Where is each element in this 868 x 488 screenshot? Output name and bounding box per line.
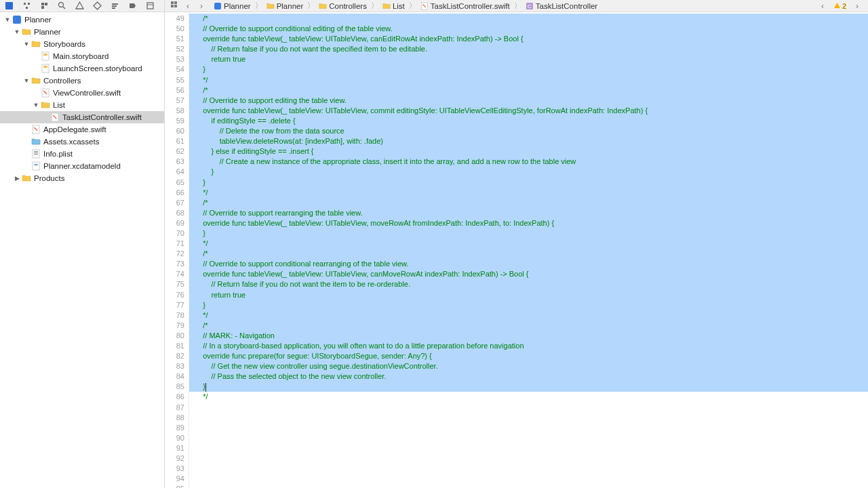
tree-item-label: Info.plist — [43, 150, 73, 158]
code-line[interactable]: // Override to support editing the table… — [189, 96, 868, 106]
tree-item-label: Storyboards — [43, 40, 85, 48]
code-line[interactable]: } — [189, 300, 868, 310]
sb-icon — [41, 64, 50, 73]
disclosure-none — [33, 53, 39, 60]
disclosure-right-icon[interactable]: ▶ — [14, 175, 20, 182]
test-navigator-tab[interactable] — [92, 1, 102, 11]
code-line[interactable]: */ — [189, 75, 868, 85]
code-line[interactable]: // Return false if you do not want the i… — [189, 279, 868, 289]
code-line[interactable]: } — [189, 64, 868, 75]
code-line[interactable]: // Pass the selected object to the new v… — [189, 371, 868, 382]
prev-issue-icon[interactable]: ‹ — [817, 1, 828, 11]
code-line[interactable]: /* — [189, 85, 868, 96]
code-line[interactable]: // MARK: - Navigation — [189, 331, 868, 341]
tree-row[interactable]: AppDelegate.swift — [0, 123, 164, 136]
disclosure-down-icon[interactable]: ▼ — [33, 102, 39, 108]
swift-icon — [31, 125, 41, 134]
code-line[interactable]: override func tableView(_ tableView: UIT… — [189, 34, 868, 44]
code-line[interactable]: return true — [189, 54, 868, 64]
breadcrumb-item[interactable]: Planner — [264, 2, 307, 10]
disclosure-none — [23, 138, 30, 145]
tree-row[interactable]: Planner.xcdatamodeld — [0, 160, 164, 172]
tree-row[interactable]: ▼Storyboards — [0, 38, 164, 50]
code-line[interactable]: return true — [189, 290, 868, 300]
code-line[interactable]: // Override to support conditional editi… — [189, 24, 868, 34]
code-line[interactable]: // Override to support rearranging the t… — [189, 208, 868, 218]
tree-row[interactable]: ▼List — [0, 99, 164, 111]
code-line[interactable]: override func tableView(_ tableView: UIT… — [189, 106, 868, 116]
breadcrumb-item[interactable]: List — [380, 2, 408, 10]
disclosure-down-icon[interactable]: ▼ — [4, 16, 11, 23]
tree-row[interactable]: ▼Controllers — [0, 75, 164, 87]
project-navigator-tab[interactable] — [4, 1, 14, 11]
find-navigator-tab[interactable] — [57, 1, 66, 11]
code-line[interactable]: // Delete the row from the data source — [189, 126, 868, 136]
source-control-navigator-tab[interactable] — [22, 1, 31, 11]
code-line[interactable]: /* — [189, 198, 868, 208]
code-line[interactable]: */ — [189, 239, 868, 249]
code-line[interactable]: if editingStyle == .delete { — [189, 116, 868, 126]
svg-rect-31 — [171, 5, 174, 7]
code-line[interactable]: } — [189, 382, 868, 392]
code-line[interactable]: } else if editingStyle == .insert { — [189, 146, 868, 157]
forward-button[interactable]: › — [196, 1, 207, 11]
disclosure-none — [23, 150, 30, 157]
code-line[interactable]: /* — [189, 14, 868, 24]
warning-badge[interactable]: 2 — [833, 2, 846, 10]
svg-point-28 — [34, 164, 38, 165]
back-button[interactable]: ‹ — [182, 1, 193, 11]
symbol-navigator-tab[interactable] — [39, 1, 49, 11]
tree-item-label: Planner.xcdatamodeld — [43, 162, 121, 170]
tree-row[interactable]: TaskListController.swift — [0, 111, 164, 123]
code-line[interactable]: // Return false if you do not want the s… — [189, 44, 868, 54]
code-line[interactable]: */ — [189, 188, 868, 198]
code-line[interactable]: */ — [189, 310, 868, 321]
debug-navigator-tab[interactable] — [110, 1, 119, 11]
tree-row[interactable]: LaunchScreen.storyboard — [0, 62, 164, 75]
line-number-gutter: 4950515253545556575859606162636465666768… — [165, 12, 189, 488]
code-line[interactable]: */ — [189, 392, 868, 402]
code-line[interactable]: override func prepare(for segue: UIStory… — [189, 351, 868, 361]
tree-row[interactable]: Assets.xcassets — [0, 136, 164, 148]
svg-point-8 — [58, 3, 63, 7]
chevron-right-icon: 〉 — [370, 1, 380, 11]
tree-row[interactable]: Main.storyboard — [0, 50, 164, 62]
code-line[interactable]: /* — [189, 249, 868, 259]
breakpoint-navigator-tab[interactable] — [127, 1, 137, 11]
issue-navigator-tab[interactable] — [75, 1, 84, 11]
tree-item-label: Products — [34, 174, 64, 182]
disclosure-none — [23, 126, 30, 133]
svg-line-9 — [63, 7, 65, 9]
disclosure-down-icon[interactable]: ▼ — [14, 28, 20, 35]
code-line[interactable]: // Override to support conditional rearr… — [189, 259, 868, 269]
code-line[interactable]: override func tableView(_ tableView: UIT… — [189, 269, 868, 279]
disclosure-down-icon[interactable]: ▼ — [23, 77, 30, 84]
code-editor[interactable]: 4950515253545556575859606162636465666768… — [165, 12, 868, 488]
related-items-icon[interactable] — [169, 1, 180, 12]
breadcrumb-item[interactable]: TaskListController.swift — [418, 2, 513, 10]
code-line[interactable]: } — [189, 167, 868, 177]
breadcrumb-item[interactable]: Planner — [211, 2, 254, 10]
code-line[interactable]: // Get the new view controller using seg… — [189, 361, 868, 371]
code-line[interactable]: // In a storyboard-based application, yo… — [189, 341, 868, 351]
code-line[interactable]: tableView.deleteRows(at: [indexPath], wi… — [189, 136, 868, 146]
code-line[interactable]: } — [189, 228, 868, 239]
report-navigator-tab[interactable] — [145, 1, 155, 11]
code-line[interactable]: override func tableView(_ tableView: UIT… — [189, 218, 868, 228]
breadcrumb-item[interactable]: CTaskListController — [523, 2, 600, 10]
code-line[interactable]: // Create a new instance of the appropri… — [189, 157, 868, 167]
tree-row[interactable]: ViewController.swift — [0, 87, 164, 99]
tree-row[interactable]: Info.plist — [0, 148, 164, 160]
svg-rect-17 — [43, 54, 47, 56]
breadcrumb-label: Planner — [277, 2, 304, 10]
tree-row[interactable]: ▶Products — [0, 172, 164, 184]
next-issue-icon[interactable]: › — [852, 1, 863, 11]
tree-root[interactable]: ▼ Planner — [0, 14, 164, 26]
breadcrumb-item[interactable]: Controllers — [316, 2, 370, 10]
disclosure-down-icon[interactable]: ▼ — [23, 41, 30, 47]
tree-row[interactable]: ▼Planner — [0, 26, 164, 38]
code-line[interactable]: /* — [189, 321, 868, 331]
code-content[interactable]: /* // Override to support conditional ed… — [189, 12, 868, 488]
svg-rect-5 — [41, 3, 44, 5]
code-line[interactable]: } — [189, 178, 868, 188]
